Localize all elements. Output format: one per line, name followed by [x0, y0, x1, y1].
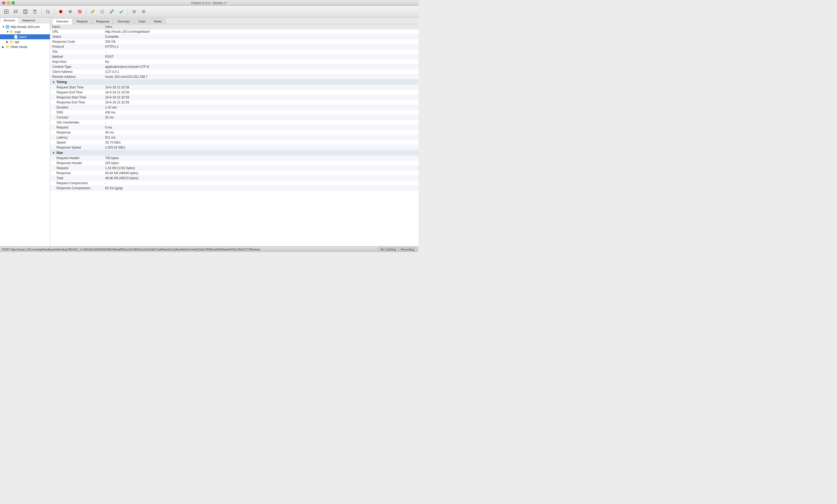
table-row: Speed33.73 KB/s — [50, 140, 418, 145]
toolbar — [0, 6, 418, 17]
row-name: Total — [50, 176, 103, 181]
row-value: 45.84 KB (46940 bytes) — [103, 171, 418, 176]
table-row: Kept AliveNo — [50, 59, 418, 64]
statusbar-text: POST http://music.163.com/api/feedback/c… — [2, 248, 378, 251]
table-row: Content-Typeapplication/json;charset=UTF… — [50, 64, 418, 69]
row-value: music.163.com/223.252.199.7 — [103, 74, 418, 79]
tab-overview[interactable]: Overview — [52, 18, 72, 24]
tree: ▼🌐http://music.163.com▼📁eapi 📄batch▶📁api… — [0, 23, 50, 246]
row-value: 325 bytes — [103, 161, 418, 166]
row-value: 430 ms — [103, 110, 418, 115]
row-name: Remote Address — [50, 74, 103, 79]
tab-summary[interactable]: Summary — [113, 18, 134, 24]
record-button[interactable] — [56, 7, 65, 16]
left-panel: Structure Sequence ▼🌐http://music.163.co… — [0, 17, 50, 246]
row-name: Client Address — [50, 69, 103, 74]
table-row: ▼Timing — [50, 79, 418, 85]
main-area: Structure Sequence ▼🌐http://music.163.co… — [0, 17, 418, 246]
recording-badge[interactable]: Recording — [398, 247, 416, 251]
tab-structure[interactable]: Structure — [0, 17, 19, 23]
table-row: StatusComplete — [50, 34, 418, 39]
row-value: - — [103, 181, 418, 186]
row-value: - — [103, 120, 418, 125]
row-name: Connect — [50, 115, 103, 120]
maximize-button[interactable] — [12, 1, 15, 4]
table-row: MethodPOST — [50, 54, 418, 59]
table-row: Response Code200 OK — [50, 39, 418, 44]
checkmark-button[interactable] — [117, 7, 125, 16]
row-name: Request — [50, 166, 103, 171]
table-row: Remote Addressmusic.163.com/223.252.199.… — [50, 74, 418, 79]
row-name: Response Speed — [50, 145, 103, 150]
tab-notes[interactable]: Notes — [150, 18, 165, 24]
row-value: 911 ms — [103, 135, 418, 140]
row-name: Response — [50, 171, 103, 176]
row-name: DNS — [50, 110, 103, 115]
row-value: 16-6-18 21:32:59 — [103, 100, 418, 105]
close-button[interactable] — [2, 1, 5, 4]
row-name: Request End Time — [50, 90, 103, 95]
col-header-value: Value — [103, 24, 418, 29]
open-button[interactable] — [12, 7, 20, 16]
no-caching-badge[interactable]: No Caching — [378, 247, 398, 251]
table-row: SSL Handshake- — [50, 120, 418, 125]
table-row: Response46 ms — [50, 130, 418, 135]
clear-button[interactable] — [31, 7, 39, 16]
table-row: Response Start Time16-6-18 21:32:59 — [50, 95, 418, 100]
svg-marker-17 — [101, 11, 102, 12]
tab-sequence[interactable]: Sequence — [19, 17, 39, 23]
globe-icon: 🌐 — [5, 25, 10, 29]
tree-item[interactable]: ▶📁Other Hosts — [0, 44, 50, 49]
col-header-name: Name — [50, 24, 103, 29]
titlebar: Charles 3.11.2 - Session 1 * — [0, 0, 418, 6]
table-row: Request5 ms — [50, 125, 418, 130]
left-tabs: Structure Sequence — [0, 17, 50, 23]
row-value: HTTP/1.1 — [103, 44, 418, 49]
row-name: Request — [50, 125, 103, 130]
table-row: DNS430 ms — [50, 110, 418, 115]
row-name: Request Start Time — [50, 85, 103, 90]
tree-item[interactable]: 📄batch — [0, 34, 50, 39]
stop-button[interactable] — [75, 7, 84, 16]
pen-button[interactable] — [88, 7, 97, 16]
tab-chart[interactable]: Chart — [135, 18, 149, 24]
row-name: Status — [50, 34, 103, 39]
right-tabs: Overview Request Response Summary Chart … — [50, 17, 418, 24]
row-value: Complete — [103, 34, 418, 39]
tree-item[interactable]: ▼🌐http://music.163.com — [0, 24, 50, 29]
row-name: Request Header — [50, 156, 103, 161]
tree-label: api — [15, 40, 19, 44]
table-row: SSL- — [50, 49, 418, 54]
svg-line-10 — [49, 13, 50, 14]
row-value: 200 OK — [103, 39, 418, 44]
tree-item[interactable]: ▼📁eapi — [0, 29, 50, 34]
row-value: 5 ms — [103, 125, 418, 130]
table-row: Response Speed1,003.42 KB/s — [50, 145, 418, 150]
pencil2-button[interactable] — [107, 7, 116, 16]
throttle-button[interactable] — [66, 7, 74, 16]
table-row: Request Start Time16-6-18 21:32:58 — [50, 85, 418, 90]
rewrite-button[interactable] — [98, 7, 106, 16]
svg-line-15 — [79, 11, 81, 13]
table-row: Total48.06 KB (49215 bytes) — [50, 176, 418, 181]
settings-button[interactable] — [139, 7, 148, 16]
find-button[interactable] — [43, 7, 52, 16]
tab-response[interactable]: Response — [92, 18, 113, 24]
section-header-label: ▼Timing — [50, 79, 418, 85]
row-value: 16-6-18 21:32:58 — [103, 85, 418, 90]
new-session-button[interactable] — [2, 7, 11, 16]
tree-arrow: ▼ — [2, 25, 5, 28]
save-button[interactable] — [21, 7, 30, 16]
minimize-button[interactable] — [7, 1, 10, 4]
folder-icon: 📁 — [10, 30, 14, 34]
row-name: Response Code — [50, 39, 103, 44]
table-row: Client Address/127.0.0.1 — [50, 69, 418, 74]
table-row: ▼Size — [50, 150, 418, 156]
tree-item[interactable]: ▶📁api — [0, 39, 50, 44]
table-row: Request1.16 KB (1191 bytes) — [50, 166, 418, 171]
table-row: Response45.84 KB (46940 bytes) — [50, 171, 418, 176]
tools-button[interactable] — [130, 7, 138, 16]
row-value: 48.06 KB (49215 bytes) — [103, 176, 418, 181]
tab-request[interactable]: Request — [73, 18, 92, 24]
svg-point-9 — [46, 10, 49, 13]
